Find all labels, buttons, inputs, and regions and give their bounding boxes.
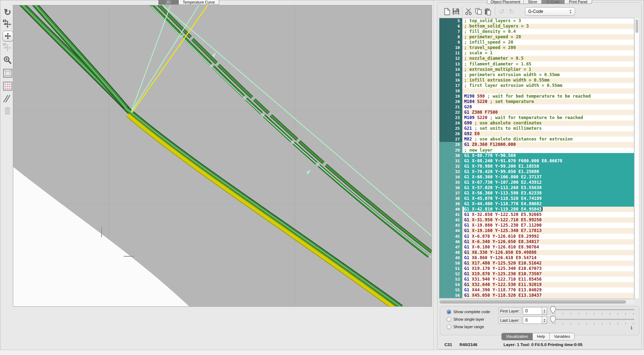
gcode-line[interactable]: 39G1 X-44.400 Y-118.770 E4.80682: [439, 201, 634, 207]
gcode-line[interactable]: 35G1 X-67.730 Y-107.200 E2.43912: [439, 180, 634, 185]
gcode-line[interactable]: 9; infill_speed = 20: [439, 40, 634, 45]
radio-dot[interactable]: [447, 317, 451, 322]
gcode-line[interactable]: 33G1 X-78.420 Y-99.650 E1.25080: [439, 169, 634, 174]
tab-object-placement[interactable]: Object Placement: [487, 0, 524, 4]
radio-dot[interactable]: [447, 325, 451, 329]
editor-horizontal-scrollbar[interactable]: [439, 300, 634, 304]
gcode-line[interactable]: 6; bottom_solid_layers = 3: [439, 24, 634, 29]
gcode-line[interactable]: 37G1 X-56.360 Y-113.590 E3.62338: [439, 191, 634, 196]
gcode-line[interactable]: 8; perimeter_speed = 20: [439, 34, 634, 40]
gcode-line[interactable]: 25G21 ; set units to millimeters: [439, 126, 634, 131]
3d-viewport[interactable]: [13, 5, 432, 307]
gcode-line[interactable]: 47G1 X-0.180 Y-126.810 E8.90764: [439, 245, 634, 250]
undo-icon[interactable]: ↺: [497, 7, 506, 16]
save-icon[interactable]: [452, 7, 460, 16]
gcode-line[interactable]: 41G1 X-32.650 Y-122.520 E5.92665: [439, 212, 634, 217]
tab-print-panel[interactable]: Print Panel: [564, 0, 592, 4]
gcode-line[interactable]: 40G1 X-42.810 Y-119.280 E4.95843: [439, 207, 634, 212]
gcode-line[interactable]: 55G1 X44.390 Y-118.770 E13.04029: [439, 287, 634, 293]
tab-visualization[interactable]: Visualization: [502, 333, 533, 340]
gcode-line[interactable]: 13; filament_diameter = 1.65: [439, 61, 634, 67]
gcode-line[interactable]: 42G1 X-31.950 Y-122.710 E5.99250: [439, 217, 634, 223]
copy-icon[interactable]: [474, 7, 483, 16]
gcode-line[interactable]: 10; travel_speed = 200: [439, 45, 634, 50]
gcode-line[interactable]: 17; first layer extrusion width = 0.55mm: [439, 83, 634, 88]
gcode-line[interactable]: 15; perimeters extrusion width = 0.55mm: [439, 72, 634, 78]
gcode-line[interactable]: 20M104 S220 ; set temperature: [439, 99, 634, 104]
gcode-line[interactable]: 45G1 X-6.870 Y-126.610 E8.29992: [439, 234, 634, 239]
tab-gcode[interactable]: G-Code: [541, 0, 565, 4]
radio-dot[interactable]: [447, 310, 451, 314]
new-file-icon[interactable]: [443, 7, 451, 16]
gcode-line[interactable]: 21G28: [439, 104, 634, 110]
delete-icon[interactable]: [2, 106, 13, 116]
top-view-icon[interactable]: [2, 81, 13, 92]
gcode-line[interactable]: 50G1 X17.480 Y-125.520 E10.51642: [439, 261, 634, 266]
pane-divider[interactable]: [433, 0, 434, 350]
radio-show-complete-code[interactable]: Show complete code: [447, 309, 490, 314]
gcode-line[interactable]: 32G1 X-78.980 Y-99.200 E1.18558: [439, 164, 634, 169]
last-layer-input[interactable]: 0: [523, 316, 542, 324]
move-viewpoint-icon[interactable]: [2, 43, 13, 53]
line-number: 25: [439, 126, 462, 131]
tab-variables[interactable]: Variables: [550, 333, 574, 340]
gcode-line[interactable]: 7; fill_density = 0.4: [439, 29, 634, 34]
gcode-line[interactable]: 43G1 X-19.880 Y-125.230 E7.11200: [439, 223, 634, 228]
gcode-line[interactable]: 30G1 X-88.770 Y-90.560: [439, 153, 634, 158]
gcode-line[interactable]: 23M109 S220 ; wait for temperature to be…: [439, 115, 634, 120]
cut-icon[interactable]: [464, 7, 473, 16]
gcode-line[interactable]: 48G1 X6.330 Y-126.650 E9.49888: [439, 250, 634, 255]
last-layer-stepper[interactable]: ▲▼: [542, 316, 547, 324]
gcode-type-dropdown[interactable]: G-Code ▲▼: [525, 7, 575, 16]
perspective-view-icon[interactable]: [2, 68, 13, 79]
zoom-icon[interactable]: [2, 55, 13, 65]
gcode-line[interactable]: 38G1 X-45.070 Y-118.520 E4.74189: [439, 196, 634, 201]
cross-section-icon[interactable]: [2, 94, 13, 104]
first-layer-stepper[interactable]: ▲▼: [542, 307, 547, 315]
gcode-line[interactable]: 29; new layer: [439, 148, 634, 153]
tab-help[interactable]: Help: [533, 333, 550, 340]
gcode-line[interactable]: 54G1 X32.640 Y-122.530 E11.92019: [439, 282, 634, 287]
gcode-line[interactable]: 46G1 X-6.340 Y-126.650 E8.34817: [439, 239, 634, 245]
gcode-line[interactable]: 44G1 X-19.160 Y-125.340 E7.17813: [439, 228, 634, 233]
gcode-line[interactable]: 28G1 Z0.360 F12000.000: [439, 142, 634, 147]
gcode-line[interactable]: 11; scale = 1: [439, 50, 634, 56]
tab-3d-view[interactable]: 3D View: [158, 0, 178, 5]
gcode-line[interactable]: 53G1 X31.940 Y-122.710 E11.85456: [439, 277, 634, 282]
gcode-line[interactable]: 16; infill extrusion width = 0.55mm: [439, 78, 634, 83]
gcode-line[interactable]: 24G90 ; use absolute coordinates: [439, 120, 634, 126]
gcode-line[interactable]: 27M82 ; use absolute distances for extru…: [439, 137, 634, 142]
gcode-line[interactable]: 52G1 X19.870 Y-125.230 E10.73507: [439, 271, 634, 277]
gcode-line[interactable]: 31G1 X-88.240 Y-91.070 F600.000 E0.06678: [439, 158, 634, 164]
gcode-line[interactable]: 56G1 X45.050 Y-118.520 E13.10437: [439, 293, 634, 298]
gcode-line[interactable]: 51G1 X19.170 Y-125.340 E10.67073: [439, 266, 634, 271]
gcode-line[interactable]: 26G92 E0: [439, 131, 634, 137]
first-layer-input[interactable]: 0: [523, 307, 542, 315]
move-camera-icon[interactable]: [2, 19, 13, 29]
move-object-icon[interactable]: [3, 31, 13, 41]
gcode-line[interactable]: 5; top_solid_layers = 3: [439, 18, 634, 24]
radio-show-single-layer[interactable]: Show single layer: [447, 317, 484, 322]
redo-icon[interactable]: ↻: [507, 7, 516, 16]
first-layer-slider-track[interactable]: [555, 309, 634, 310]
gcode-line[interactable]: 36G1 X-57.020 Y-113.260 E3.55638: [439, 185, 634, 191]
vscroll-thumb[interactable]: [635, 19, 638, 33]
last-layer-slider-track[interactable]: [555, 319, 634, 320]
tab-print-panel-label: Print Panel: [569, 0, 587, 4]
tab-temperature-curve[interactable]: Temperature Curve: [178, 0, 219, 5]
line-number: 15: [439, 72, 462, 78]
gcode-editor[interactable]: 5; top_solid_layers = 36; bottom_solid_l…: [439, 18, 634, 299]
radio-show-layer-range[interactable]: Show layer range: [447, 324, 484, 329]
hscroll-thumb[interactable]: [439, 300, 626, 304]
gcode-line[interactable]: 12; nozzle_diameter = 0.5: [439, 56, 634, 61]
gcode-line[interactable]: 18: [439, 88, 634, 94]
gcode-line[interactable]: 34G1 X-68.360 Y-106.800 E2.37137: [439, 174, 634, 180]
gcode-line[interactable]: 22G1 Z300 F7500: [439, 110, 634, 115]
paste-icon[interactable]: [483, 7, 492, 16]
gcode-line[interactable]: 49G1 X6.860 Y-126.610 E9.54714: [439, 255, 634, 261]
gcode-line[interactable]: 19M190 S90 ; wait for bed temperature to…: [439, 94, 634, 99]
rotate-icon[interactable]: ↻: [2, 7, 13, 17]
gcode-line[interactable]: 14; extrusion_multiplier = 1: [439, 67, 634, 72]
tab-slicer[interactable]: Slicer: [523, 0, 542, 4]
editor-vertical-scrollbar[interactable]: [634, 18, 639, 299]
